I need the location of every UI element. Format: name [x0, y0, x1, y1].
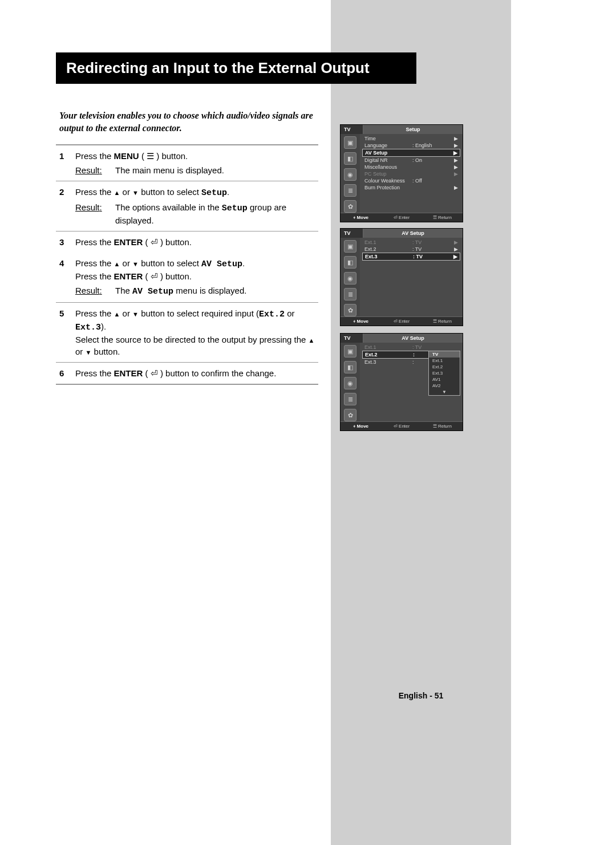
step-row: 6 Press the ENTER ( ⏎ ) button to confir… — [56, 363, 318, 385]
dropdown-item: Ext.1 — [429, 358, 460, 364]
osd-row: Burn Protection▶ — [362, 184, 460, 191]
osd-row: AV Setup▶ — [362, 149, 460, 157]
osd-setup: TV Setup ▣ ◧ ◉ ≣ ✿ Time▶Language: Englis… — [340, 124, 463, 222]
dropdown-item: TV — [429, 351, 460, 358]
up-icon: ▲ — [114, 189, 120, 196]
title-frame: Redirecting an Input to the External Out… — [56, 52, 416, 84]
step-number: 1 — [56, 145, 72, 181]
dropdown-item: Ext.3 — [429, 370, 460, 376]
down-icon: ▼ — [132, 189, 139, 196]
dropdown-item: AV2 — [429, 383, 460, 389]
step-row: 1 Press the MENU ( ☰ ) button. Result: T… — [56, 145, 318, 181]
osd-row: Language: English▶ — [362, 142, 460, 149]
step-row: 4 Press the ▲ or ▼ button to select AV S… — [56, 253, 318, 303]
icon-channel: ≣ — [344, 184, 356, 197]
osd-side-icons: ▣ ◧ ◉ ≣ ✿ — [341, 134, 360, 213]
osd-row: Colour Weakness: Off — [362, 177, 460, 184]
step-row: 2 Press the ▲ or ▼ button to select Setu… — [56, 181, 318, 231]
source-dropdown: TVExt.1Ext.2Ext.3AV1AV2▼ — [428, 351, 460, 396]
osd-avsetup-dropdown: TV AV Setup ▣ ◧ ◉ ≣ ✿ TVExt.1Ext.2Ext.3A… — [340, 333, 463, 431]
menu-icon: ☰ — [147, 151, 154, 161]
dropdown-item: Ext.2 — [429, 364, 460, 370]
osd-row: Digital NR: On▶ — [362, 157, 460, 164]
instruction-body: Your television enables you to choose wh… — [56, 103, 318, 385]
icon-setup: ✿ — [344, 200, 356, 213]
page-footer: English - 51 — [331, 691, 511, 700]
steps-table: 1 Press the MENU ( ☰ ) button. Result: T… — [56, 144, 318, 385]
osd-row: Ext.2: TV▶ — [362, 246, 460, 253]
result-row: Result: The main menu is displayed. — [75, 164, 315, 176]
dropdown-more-icon: ▼ — [429, 389, 460, 395]
page-title: Redirecting an Input to the External Out… — [57, 54, 415, 83]
osd-row: Miscellaneous▶ — [362, 164, 460, 170]
osd-avsetup: TV AV Setup ▣ ◧ ◉ ≣ ✿ Ext.1: TV▶Ext.2: T… — [340, 228, 463, 326]
dropdown-item: AV1 — [429, 376, 460, 383]
osd-row: Ext.1: TV▶ — [362, 239, 460, 246]
icon-input: ▣ — [344, 136, 356, 149]
step-row: 3 Press the ENTER ( ⏎ ) button. — [56, 231, 318, 253]
osd-row: Time▶ — [362, 135, 460, 142]
intro-text: Your television enables you to choose wh… — [59, 109, 318, 134]
step-text: Press the MENU ( ☰ ) button. Result: The… — [72, 145, 318, 181]
step-row: 5 Press the ▲ or ▼ button to select requ… — [56, 303, 318, 363]
icon-picture: ◧ — [344, 152, 356, 165]
osd-row: Ext.3: TV▶ — [362, 253, 460, 261]
enter-icon: ⏎ — [151, 237, 158, 247]
osd-row: PC Setup▶ — [362, 170, 460, 177]
icon-sound: ◉ — [344, 168, 356, 181]
osd-row: Ext.1: TV — [362, 344, 460, 351]
